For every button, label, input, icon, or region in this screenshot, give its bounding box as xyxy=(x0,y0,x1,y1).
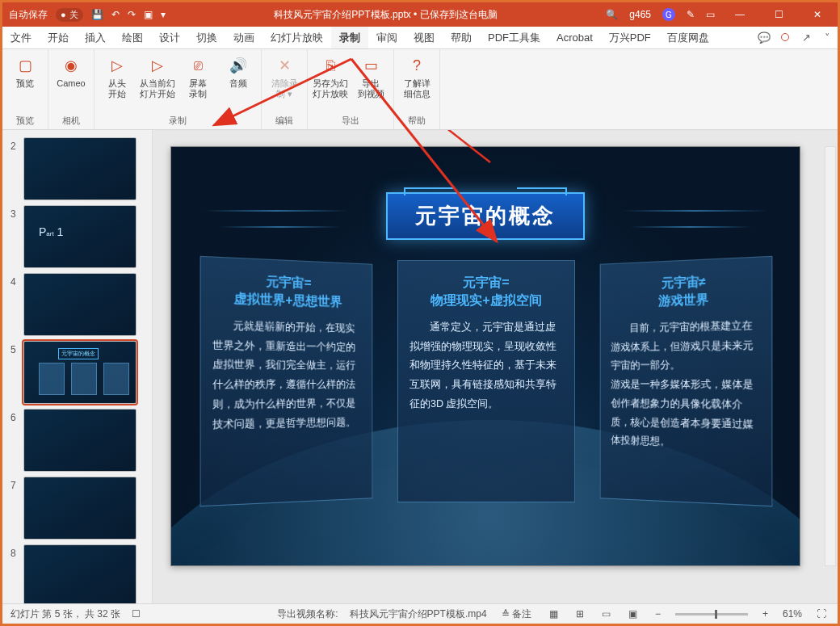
group-name: 录制 xyxy=(169,113,187,129)
redo-icon[interactable]: ↷ xyxy=(128,9,136,20)
group-name: 帮助 xyxy=(408,113,426,129)
accessibility-icon[interactable]: ☐ xyxy=(132,608,141,620)
ribbon-button: ✕清除录 制 ▾ xyxy=(267,54,302,99)
thumbnail-row[interactable]: 7 xyxy=(2,474,152,542)
thumbnail[interactable] xyxy=(23,409,136,472)
view-sorter-icon[interactable]: ⊞ xyxy=(573,608,587,620)
search-icon[interactable]: 🔍 xyxy=(606,9,618,20)
thumbnail-row[interactable]: 8 xyxy=(2,542,152,603)
thumbnail-row[interactable]: 2 xyxy=(2,135,152,203)
thumbnail[interactable] xyxy=(23,273,136,336)
tab-视图[interactable]: 视图 xyxy=(405,27,443,48)
save-icon[interactable]: 💾 xyxy=(91,9,103,20)
thumbnail-number: 7 xyxy=(10,477,19,491)
ribbon-label: 音频 xyxy=(229,78,247,89)
thumbnail-row[interactable]: 6 xyxy=(2,406,152,474)
ribbon-button[interactable]: ?了解详 细信息 xyxy=(399,54,435,99)
ribbon-button[interactable]: ▢预览 xyxy=(7,54,43,89)
ribbon-label: 从头 开始 xyxy=(108,78,126,99)
tab-帮助[interactable]: 帮助 xyxy=(443,27,480,48)
ribbon-icon: ✕ xyxy=(273,54,296,77)
user-name[interactable]: g465 xyxy=(629,9,651,20)
window-icon[interactable]: ▭ xyxy=(706,9,715,20)
slide-thumbnails[interactable]: 23Part 145元宇宙的概念678 xyxy=(2,130,153,603)
undo-icon[interactable]: ↶ xyxy=(111,9,120,20)
ribbon-icon: ⎚ xyxy=(187,54,209,77)
tab-插入[interactable]: 插入 xyxy=(77,27,114,48)
panel-heading: 元宇宙= 虚拟世界+思想世界 xyxy=(212,271,362,312)
ribbon-button[interactable]: ▷从当前幻 灯片开始 xyxy=(140,54,175,99)
notes-button[interactable]: ≙ 备注 xyxy=(498,607,535,621)
tab-万兴PDF[interactable]: 万兴PDF xyxy=(601,27,659,48)
zoom-out-button[interactable]: − xyxy=(652,608,664,620)
slide-canvas-area[interactable]: 元宇宙的概念 元宇宙= 虚拟世界+思想世界 元就是崭新的开始，在现实世界之外，重… xyxy=(153,130,838,603)
tab-设计[interactable]: 设计 xyxy=(151,27,188,48)
thumbnail-row[interactable]: 5元宇宙的概念 xyxy=(2,338,152,406)
tab-百度网盘[interactable]: 百度网盘 xyxy=(659,27,717,48)
tab-Acrobat[interactable]: Acrobat xyxy=(548,27,601,48)
tab-PDF工具集[interactable]: PDF工具集 xyxy=(480,27,548,48)
user-avatar[interactable]: G xyxy=(662,8,675,21)
ribbon-button[interactable]: ▭导出 到视频 xyxy=(353,54,388,99)
document-title: 科技风元宇宙介绍PPT模板.pptx • 已保存到这台电脑 xyxy=(166,8,607,22)
tab-审阅[interactable]: 审阅 xyxy=(368,27,405,48)
ribbon-button[interactable]: ◉Cameo xyxy=(53,54,89,89)
tab-幻灯片放映[interactable]: 幻灯片放映 xyxy=(262,27,331,48)
maximize-button[interactable]: ☐ xyxy=(765,9,792,20)
ribbon-button[interactable]: ▷从头 开始 xyxy=(99,54,135,99)
ribbon-icon: ◉ xyxy=(60,54,82,77)
thumbnail-number: 8 xyxy=(10,544,19,559)
ribbon-button[interactable]: 🔊音频 xyxy=(220,54,256,89)
ribbon-label: 另存为幻 灯片放映 xyxy=(313,78,348,99)
comments-icon[interactable]: 💬 xyxy=(754,32,775,44)
view-slideshow-icon[interactable]: ▣ xyxy=(625,608,640,620)
minimize-button[interactable]: — xyxy=(726,9,754,20)
thumbnail-row[interactable]: 3Part 1 xyxy=(2,203,152,271)
vertical-scrollbar[interactable] xyxy=(825,146,836,566)
qat-more-icon[interactable]: ▾ xyxy=(161,9,166,20)
view-normal-icon[interactable]: ▦ xyxy=(546,608,561,620)
tab-录制[interactable]: 录制 xyxy=(331,27,368,48)
record-indicator-icon[interactable] xyxy=(775,32,796,44)
zoom-value[interactable]: 61% xyxy=(783,608,802,620)
slide[interactable]: 元宇宙的概念 元宇宙= 虚拟世界+思想世界 元就是崭新的开始，在现实世界之外，重… xyxy=(170,146,800,566)
zoom-slider[interactable] xyxy=(675,613,748,615)
pen-icon[interactable]: ✎ xyxy=(687,9,695,20)
thumbnail[interactable]: Part 1 xyxy=(23,205,136,268)
thumbnail-row[interactable]: 4 xyxy=(2,271,152,338)
ribbon-label: 了解详 细信息 xyxy=(404,78,430,99)
tab-绘图[interactable]: 绘图 xyxy=(114,27,151,48)
panel-body: 通常定义，元宇宙是通过虚拟增强的物理现实，呈现收敛性和物理持久性特征的，基于未来… xyxy=(410,318,563,414)
ribbon-button[interactable]: ⎚屏幕 录制 xyxy=(180,54,216,99)
tab-文件[interactable]: 文件 xyxy=(2,27,40,48)
view-reading-icon[interactable]: ▭ xyxy=(598,608,614,620)
slideshow-icon[interactable]: ▣ xyxy=(144,9,153,20)
thumbnail[interactable]: 元宇宙的概念 xyxy=(23,341,136,404)
close-button[interactable]: ✕ xyxy=(804,9,831,20)
tab-开始[interactable]: 开始 xyxy=(40,27,77,48)
content-panel-2: 元宇宙= 物理现实+虚拟空间 通常定义，元宇宙是通过虚拟增强的物理现实，呈现收敛… xyxy=(397,260,575,502)
content-panel-1: 元宇宙= 虚拟世界+思想世界 元就是崭新的开始，在现实世界之外，重新造出一个约定… xyxy=(200,256,373,506)
ribbon-group-预览: ▢预览预览 xyxy=(2,49,48,129)
thumbnail[interactable] xyxy=(23,477,136,540)
export-filename: 科技风元宇宙介绍PPT模板.mp4 xyxy=(350,607,487,621)
decor-line xyxy=(630,226,751,228)
share-icon[interactable]: ↗ xyxy=(796,32,817,44)
thumbnail[interactable] xyxy=(23,137,136,200)
tab-切换[interactable]: 切换 xyxy=(188,27,225,48)
panel-heading: 元宇宙= 物理现实+虚拟空间 xyxy=(410,274,563,310)
ribbon-label: 从当前幻 灯片开始 xyxy=(140,78,175,99)
status-bar: 幻灯片 第 5 张， 共 32 张 ☐ 导出视频名称: 科技风元宇宙介绍PPT模… xyxy=(2,603,838,624)
ribbon-button[interactable]: ⎘另存为幻 灯片放映 xyxy=(313,54,348,99)
autosave-label: 自动保存 xyxy=(9,8,48,22)
autosave-toggle[interactable]: ● 关 xyxy=(56,8,83,22)
tab-动画[interactable]: 动画 xyxy=(225,27,262,48)
fit-window-icon[interactable]: ⛶ xyxy=(813,608,830,620)
ribbon-tabs: 文件开始插入绘图设计切换动画幻灯片放映录制审阅视图帮助PDF工具集Acrobat… xyxy=(2,27,838,49)
thumbnail[interactable] xyxy=(23,544,136,603)
slide-counter[interactable]: 幻灯片 第 5 张， 共 32 张 xyxy=(10,607,120,621)
ribbon-label: 导出 到视频 xyxy=(358,78,384,99)
zoom-in-button[interactable]: + xyxy=(759,608,771,620)
ribbon-group-录制: ▷从头 开始▷从当前幻 灯片开始⎚屏幕 录制🔊音频录制 xyxy=(94,49,262,129)
ribbon-collapse-icon[interactable]: ˅ xyxy=(817,32,838,44)
